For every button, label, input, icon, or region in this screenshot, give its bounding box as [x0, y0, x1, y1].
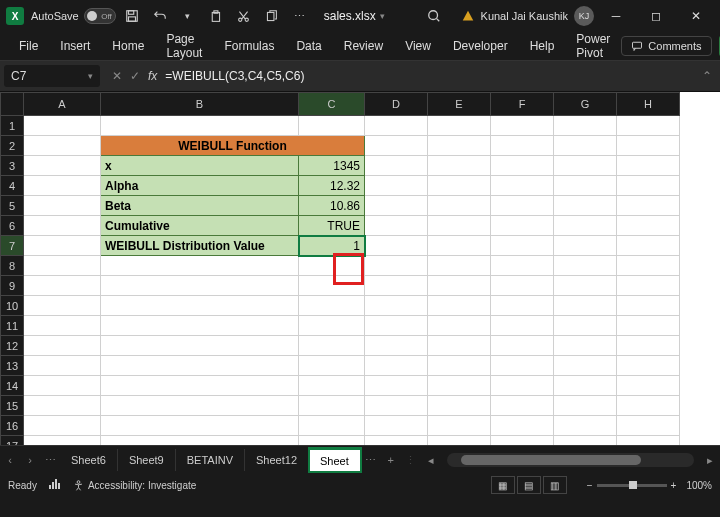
cell-D5[interactable]	[365, 196, 428, 216]
accept-formula-icon[interactable]: ✓	[130, 69, 140, 83]
column-header-A[interactable]: A	[24, 93, 101, 116]
cell-F11[interactable]	[491, 316, 554, 336]
cell-D9[interactable]	[365, 276, 428, 296]
cell-D4[interactable]	[365, 176, 428, 196]
column-header-H[interactable]: H	[617, 93, 680, 116]
row-header-16[interactable]: 16	[1, 416, 24, 436]
cell-A17[interactable]	[24, 436, 101, 446]
cell-B9[interactable]	[101, 276, 299, 296]
cell-F4[interactable]	[491, 176, 554, 196]
filename[interactable]: sales.xlsx ▾	[324, 9, 385, 23]
more-icon[interactable]: ⋯	[288, 4, 312, 28]
cell-H17[interactable]	[617, 436, 680, 446]
row-header-2[interactable]: 2	[1, 136, 24, 156]
cell-E12[interactable]	[428, 336, 491, 356]
cell-A15[interactable]	[24, 396, 101, 416]
page-layout-view-icon[interactable]: ▤	[517, 476, 541, 494]
cell-G6[interactable]	[554, 216, 617, 236]
undo-icon[interactable]	[148, 4, 172, 28]
cell-A2[interactable]	[24, 136, 101, 156]
cell-C12[interactable]	[299, 336, 365, 356]
cell-G14[interactable]	[554, 376, 617, 396]
cell-F6[interactable]	[491, 216, 554, 236]
cell-F9[interactable]	[491, 276, 554, 296]
cell-F2[interactable]	[491, 136, 554, 156]
cell-A12[interactable]	[24, 336, 101, 356]
cell-F12[interactable]	[491, 336, 554, 356]
cell-A9[interactable]	[24, 276, 101, 296]
cell-A6[interactable]	[24, 216, 101, 236]
cell-B3[interactable]: x	[101, 156, 299, 176]
cell-E14[interactable]	[428, 376, 491, 396]
cell-E17[interactable]	[428, 436, 491, 446]
cell-A4[interactable]	[24, 176, 101, 196]
clipboard-icon[interactable]	[204, 4, 228, 28]
cell-H5[interactable]	[617, 196, 680, 216]
row-header-14[interactable]: 14	[1, 376, 24, 396]
ribbon-tab-insert[interactable]: Insert	[49, 35, 101, 57]
row-header-8[interactable]: 8	[1, 256, 24, 276]
zoom-control[interactable]: − + 100%	[587, 480, 712, 491]
column-header-E[interactable]: E	[428, 93, 491, 116]
cell-C3[interactable]: 1345	[299, 156, 365, 176]
cell-E5[interactable]	[428, 196, 491, 216]
cell-D17[interactable]	[365, 436, 428, 446]
cell-C1[interactable]	[299, 116, 365, 136]
ribbon-tab-help[interactable]: Help	[519, 35, 566, 57]
cell-H16[interactable]	[617, 416, 680, 436]
cell-F3[interactable]	[491, 156, 554, 176]
cell-F7[interactable]	[491, 236, 554, 256]
zoom-level[interactable]: 100%	[686, 480, 712, 491]
row-header-9[interactable]: 9	[1, 276, 24, 296]
ribbon-tab-file[interactable]: File	[8, 35, 49, 57]
cell-C7[interactable]: 1	[299, 236, 365, 256]
cell-H3[interactable]	[617, 156, 680, 176]
row-header-10[interactable]: 10	[1, 296, 24, 316]
cell-D14[interactable]	[365, 376, 428, 396]
cell-G5[interactable]	[554, 196, 617, 216]
cell-H15[interactable]	[617, 396, 680, 416]
tab-next-icon[interactable]: ›	[20, 454, 40, 466]
horizontal-scrollbar[interactable]	[447, 453, 694, 467]
user-account[interactable]: Kunal Jai Kaushik KJ	[461, 6, 594, 26]
cell-C14[interactable]	[299, 376, 365, 396]
cell-E7[interactable]	[428, 236, 491, 256]
accessibility-status[interactable]: Accessibility: Investigate	[73, 480, 196, 491]
column-header-C[interactable]: C	[299, 93, 365, 116]
cell-H4[interactable]	[617, 176, 680, 196]
column-header-F[interactable]: F	[491, 93, 554, 116]
cancel-formula-icon[interactable]: ✕	[112, 69, 122, 83]
cell-A7[interactable]	[24, 236, 101, 256]
cell-G9[interactable]	[554, 276, 617, 296]
cell-E3[interactable]	[428, 156, 491, 176]
scroll-right-icon[interactable]: ▸	[700, 454, 720, 467]
cell-E15[interactable]	[428, 396, 491, 416]
cell-D1[interactable]	[365, 116, 428, 136]
cell-H7[interactable]	[617, 236, 680, 256]
cell-D7[interactable]	[365, 236, 428, 256]
cell-A10[interactable]	[24, 296, 101, 316]
cell-H11[interactable]	[617, 316, 680, 336]
cell-C8[interactable]	[299, 256, 365, 276]
row-header-13[interactable]: 13	[1, 356, 24, 376]
cell-A5[interactable]	[24, 196, 101, 216]
cell-C5[interactable]: 10.86	[299, 196, 365, 216]
cell-D11[interactable]	[365, 316, 428, 336]
cell-B8[interactable]	[101, 256, 299, 276]
toggle-switch[interactable]: Off	[84, 8, 116, 24]
cell-G11[interactable]	[554, 316, 617, 336]
page-break-view-icon[interactable]: ▥	[543, 476, 567, 494]
cell-F13[interactable]	[491, 356, 554, 376]
cell-H10[interactable]	[617, 296, 680, 316]
row-header-15[interactable]: 15	[1, 396, 24, 416]
fx-icon[interactable]: fx	[148, 69, 157, 83]
formula-input[interactable]: =WEIBULL(C3,C4,C5,C6)	[165, 69, 702, 83]
cell-E10[interactable]	[428, 296, 491, 316]
chevron-down-icon[interactable]: ▾	[88, 71, 93, 81]
tab-overflow-icon[interactable]: ⋯	[361, 454, 381, 467]
row-header-1[interactable]: 1	[1, 116, 24, 136]
cell-C16[interactable]	[299, 416, 365, 436]
cell-A11[interactable]	[24, 316, 101, 336]
cell-E4[interactable]	[428, 176, 491, 196]
ribbon-tab-home[interactable]: Home	[101, 35, 155, 57]
